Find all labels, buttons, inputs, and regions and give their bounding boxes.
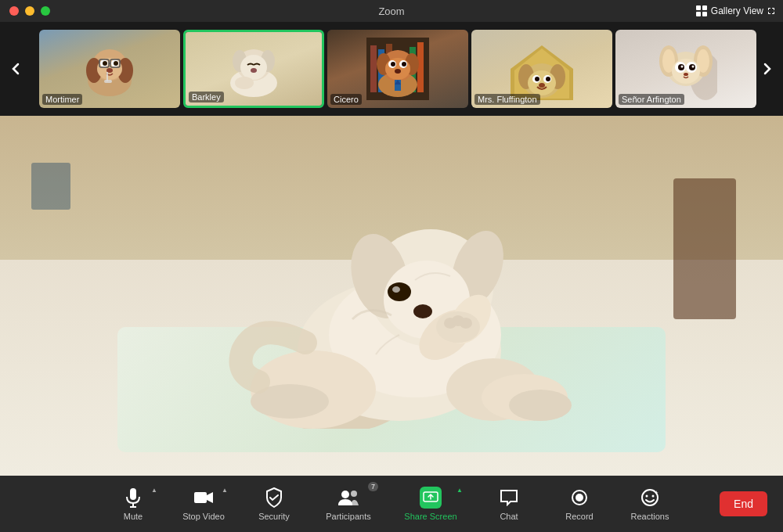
puppy-svg [196,131,587,429]
gallery-nav-left[interactable] [0,22,31,116]
svg-rect-18 [104,80,112,83]
svg-point-50 [535,77,539,81]
gallery-view-icon [696,5,707,16]
participants-icon [337,487,359,509]
svg-rect-0 [696,5,701,10]
stop-video-label: Stop Video [182,512,225,521]
svg-point-65 [692,66,695,68]
mute-button[interactable]: ▲ Mute [98,476,168,532]
svg-point-23 [240,55,267,80]
puppy-scene [0,116,783,476]
gallery-nav-right[interactable] [752,22,783,116]
gallery-strip: Mortimer [0,22,783,116]
thumb-label-arfington: Señor Arfington [619,94,684,105]
svg-rect-92 [194,492,207,503]
title-bar: Zoom Gallery View [0,0,783,22]
close-button[interactable] [9,6,19,16]
svg-point-39 [391,62,395,66]
svg-point-52 [539,83,545,88]
thumb-label-fluffington: Mrs. Fluffington [474,94,540,105]
svg-point-94 [351,491,357,497]
chevron-left-icon [8,61,23,77]
participant-thumb-cicero[interactable]: Cicero [327,30,468,108]
svg-point-77 [413,304,432,318]
main-video-area [0,116,783,476]
svg-rect-2 [696,12,701,16]
svg-point-64 [681,66,684,68]
svg-point-99 [646,495,648,498]
participants-button[interactable]: 7 Participants [309,476,388,532]
arfington-avatar [655,38,717,100]
share-screen-label: Share Screen [404,512,456,521]
window-controls [9,6,50,16]
expand-icon [767,7,775,15]
svg-point-66 [684,73,688,76]
thumb-label-mortimer: Mortimer [42,94,82,105]
participant-thumb-barkley[interactable]: Barkley [183,30,324,108]
video-icon [193,487,215,509]
chat-icon [498,487,520,509]
gallery-thumbnails: Mortimer [39,30,756,108]
participants-badge: 7 [368,482,378,491]
puppy-main [196,131,587,429]
svg-point-75 [388,282,411,301]
chevron-right-icon [760,61,775,77]
reactions-icon: + [639,487,661,509]
share-screen-button[interactable]: ▲ Share Screen [388,476,474,532]
video-chevron[interactable]: ▲ [222,487,228,494]
svg-rect-27 [370,45,377,92]
svg-point-25 [235,77,254,89]
end-button[interactable]: End [720,491,767,516]
bg-furniture [673,178,736,319]
svg-point-83 [460,318,472,329]
chat-button[interactable]: Chat [474,476,544,532]
chat-label: Chat [500,512,518,521]
cicero-avatar [366,38,429,100]
svg-point-93 [341,491,349,498]
record-button[interactable]: Record [544,476,615,532]
participant-thumb-senor-arfington[interactable]: Señor Arfington [615,30,756,108]
toolbar: ▲ Mute ▲ Stop Video [0,476,783,532]
svg-rect-3 [702,12,707,16]
record-icon [568,487,590,509]
reactions-label: Reactions [631,512,669,521]
bg-wall-item [31,163,70,210]
microphone-icon [122,487,144,509]
share-screen-icon [420,487,442,509]
minimize-button[interactable] [25,6,34,16]
svg-point-87 [509,390,572,421]
svg-point-41 [395,69,401,74]
svg-point-12 [114,61,118,66]
security-button[interactable]: Security [239,476,309,532]
window-title: Zoom [378,5,404,17]
gallery-view-button[interactable]: Gallery View [696,5,775,16]
svg-point-51 [546,77,550,81]
svg-rect-89 [130,488,136,500]
svg-point-40 [402,62,406,66]
mortimer-avatar [78,38,141,100]
share-chevron[interactable]: ▲ [456,487,463,494]
svg-point-76 [392,286,400,293]
thumb-label-cicero: Cicero [330,94,362,105]
svg-point-97 [576,494,583,501]
barkley-avatar [222,38,285,100]
security-label: Security [258,512,290,521]
svg-rect-1 [702,5,707,10]
record-label: Record [565,512,593,521]
svg-point-24 [251,68,257,73]
gallery-view-label: Gallery View [711,5,763,16]
participants-label: Participants [326,512,370,521]
participant-thumb-mortimer[interactable]: Mortimer [39,30,180,108]
shield-icon [263,487,285,509]
svg-point-59 [672,59,700,84]
fluffington-avatar [511,38,573,100]
mute-chevron[interactable]: ▲ [151,487,157,494]
reactions-button[interactable]: + Reactions [615,476,685,532]
svg-text:+: + [655,489,659,496]
thumb-label-barkley: Barkley [189,92,224,102]
maximize-button[interactable] [41,6,50,16]
stop-video-button[interactable]: ▲ Stop Video [168,476,239,532]
svg-point-11 [103,61,107,66]
participant-thumb-mrs-fluffington[interactable]: Mrs. Fluffington [471,30,612,108]
mute-label: Mute [124,512,143,521]
